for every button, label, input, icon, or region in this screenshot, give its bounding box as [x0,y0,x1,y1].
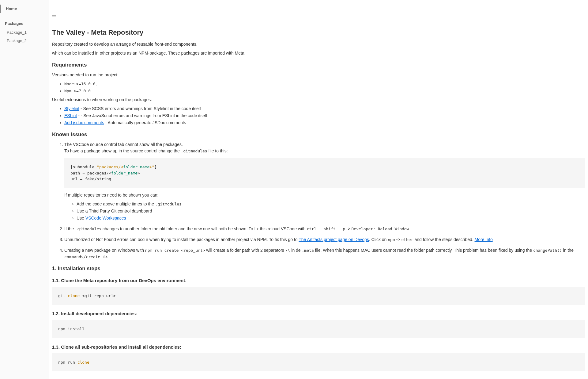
list-item: Npm: >=7.0.0 [64,88,585,94]
list-item: Use a Third Party Git control dashboard [77,208,585,214]
sidebar-item-package-2[interactable]: Package_2 [0,37,49,44]
code-npm-label: Npm [64,89,71,93]
code-block: [submodule "packages/<folder_name>"] pat… [64,158,585,188]
list-item: If the .gitmodules changes to another fo… [64,226,585,232]
artifacts-devops-link[interactable]: The Artifacts project page on Devops [299,237,369,242]
issue-sublist: Add the code above multiple times to the… [64,201,585,221]
known-issues-heading: Known Issues [52,132,585,138]
list-item: Unauthorized or Not Found errors can occ… [64,236,585,243]
sidebar: Home Packages Package_1 Package_2 [0,0,49,379]
code-node-label: Node [64,82,74,86]
list-item: Add the code above multiple times to the… [77,201,585,207]
list-item: The VSCode source control tab cannot sho… [64,141,585,221]
issue-text: The VSCode source control tab cannot sho… [64,142,183,147]
issue-text: If multiple repositories need to be show… [64,192,585,198]
sidebar-home[interactable]: Home [0,5,49,13]
code-block: git clone <git_repo_url> [52,287,585,305]
list-item: Stylelint - See SCSS errors and warnings… [64,105,585,112]
jsdoc-link[interactable]: Add jsdoc comments [64,120,104,125]
installation-heading: 1. Installation steps [52,266,585,272]
known-issues-list: The VSCode source control tab cannot sho… [52,141,585,260]
step-heading: 1.3. Clone all sub-repositories and inst… [52,344,585,350]
intro-text-2: which can be installed in other projects… [52,50,585,56]
sidebar-section-label: Packages [0,21,49,26]
intro-text-1: Repository created to develop an arrange… [52,41,585,48]
code-inline: ctrl + shift + p [307,227,345,231]
menu-icon[interactable] [52,15,56,18]
code-inline: .gitmodules [155,202,182,206]
more-info-link[interactable]: More Info [475,237,493,242]
vscode-workspaces-link[interactable]: VSCode Workspaces [85,216,126,220]
issue-text: file to this: [207,148,228,153]
requirements-list: Node: >=16.0.0, Npm: >=7.0.0 [52,81,585,94]
code-inline: \\ [285,248,290,253]
code-inline: .gitmodules [181,149,207,153]
page-title: The Valley - Meta Repository [52,29,585,36]
ext-desc: - See SCSS errors and warnings from Styl… [79,106,201,111]
requirements-text: Versions needed to run the project: [52,72,585,78]
code-inline: npm [388,237,395,242]
code-inline: Developer: Reload Window [352,227,409,231]
extensions-list: Stylelint - See SCSS errors and warnings… [52,105,585,126]
code-block: npm run clone [52,353,585,372]
code-npm-val: >=7.0.0 [74,89,91,93]
code-inline: commands/create [64,255,100,259]
code-node-val: >=16.0.0 [76,82,96,86]
sidebar-item-package-1[interactable]: Package_1 [0,29,49,36]
ext-desc: - Automatically generate JSDoc comments [104,120,186,125]
code-inline: npm run create <repo_url> [145,248,205,253]
issue-text: To have a package show up in the source … [64,148,181,153]
stylelint-link[interactable]: Stylelint [64,106,79,111]
code-inline: other [401,237,413,242]
main-content: The Valley - Meta Repository Repository … [49,0,588,379]
list-item: Use VSCode Workspaces [77,215,585,221]
requirements-heading: Requirements [52,62,585,68]
list-item: Node: >=16.0.0, [64,81,585,87]
code-inline: .meta [302,248,314,253]
code-inline: changePath() [533,248,562,253]
step-heading: 1.2. Install development dependencies: [52,311,585,316]
ext-desc: - - See JavaScript errors and warnings f… [77,113,207,118]
step-heading: 1.1. Clone the Meta repository from our … [52,278,585,283]
list-item: Creating a new package on Windows with n… [64,247,585,260]
list-item: ESLint - - See JavaScript errors and war… [64,113,585,119]
code-inline: .gitmodules [75,227,101,231]
list-item: Add jsdoc comments - Automatically gener… [64,120,585,126]
eslint-link[interactable]: ESLint [64,113,77,118]
extensions-text: Useful extensions to when working on the… [52,97,585,103]
code-block: npm install [52,320,585,338]
